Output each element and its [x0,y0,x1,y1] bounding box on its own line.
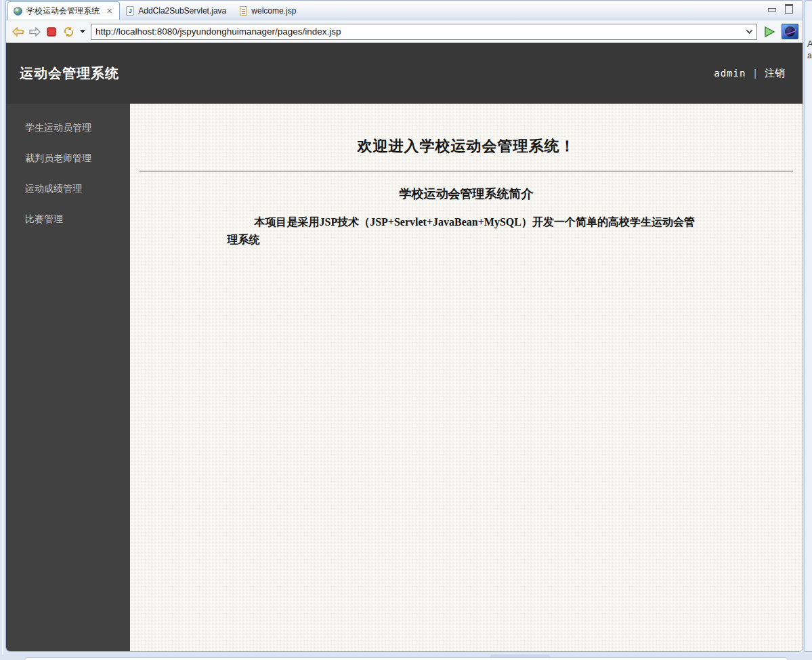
tab-label: 学校运动会管理系统 [26,5,100,17]
clipped-text-fragment: A [807,39,812,49]
eclipse-left-border [0,0,5,660]
tab-close-icon[interactable]: ✕ [106,7,112,16]
user-divider: | [754,68,756,79]
maximize-icon[interactable] [784,4,793,12]
refresh-icon[interactable] [62,26,74,38]
tab-sports-system[interactable]: 学校运动会管理系统 ✕ [7,1,120,20]
user-area: admin | 注销 [714,67,785,80]
divider-rule [140,171,793,171]
web-page: 运动会管理系统 admin | 注销 学生运动员管理 裁判员老师管理 运动成绩管… [6,43,803,651]
sidebar-item-referee-teachers[interactable]: 裁判员老师管理 [6,143,130,173]
main-content: 欢迎进入学校运动会管理系统！ 学校运动会管理系统简介 本项目是采用JSP技术（J… [130,104,803,651]
intro-paragraph: 本项目是采用JSP技术（JSP+Servlet+JavaBean+MySQL）开… [228,213,706,249]
tab-addcla2subservlet[interactable]: J AddCla2SubServlet.java [120,1,234,20]
page-body: 学生运动员管理 裁判员老师管理 运动成绩管理 比赛管理 欢迎进入学校运动会管理系… [6,104,803,651]
tab-label: AddCla2SubServlet.java [138,6,226,16]
sidebar: 学生运动员管理 裁判员老师管理 运动成绩管理 比赛管理 [6,104,130,651]
web-browser-icon[interactable] [782,24,798,39]
url-input[interactable] [91,24,742,39]
internal-browser-view: 学校运动会管理系统 ✕ J AddCla2SubServlet.java wel… [5,0,803,652]
eclipse-left-border-highlight [2,0,3,655]
clipped-text-fragment: a [807,51,812,60]
forward-icon[interactable] [28,26,41,38]
logout-link[interactable]: 注销 [765,67,785,80]
site-title: 运动会管理系统 [20,64,119,83]
page-header: 运动会管理系统 admin | 注销 [6,43,803,104]
adjacent-view-sliver: A a [805,0,812,652]
welcome-title: 欢迎进入学校运动会管理系统！ [130,136,803,157]
editor-tab-bar: 学校运动会管理系统 ✕ J AddCla2SubServlet.java wel… [6,1,803,20]
go-icon[interactable] [762,24,777,39]
url-dropdown-icon[interactable] [742,24,756,39]
nav-dropdown-icon[interactable] [79,26,86,38]
back-icon[interactable] [12,26,24,38]
browser-toolbar [6,20,803,43]
minimize-icon[interactable] [767,4,776,12]
java-file-icon: J [126,6,134,16]
sidebar-item-sport-results[interactable]: 运动成绩管理 [6,173,130,204]
url-combo [91,24,757,40]
sidebar-item-competitions[interactable]: 比赛管理 [6,204,130,234]
username-label: admin [714,68,746,79]
sidebar-item-student-athletes[interactable]: 学生运动员管理 [6,112,130,143]
globe-icon [14,7,22,16]
lower-view-top-edge [24,657,788,660]
stop-icon[interactable] [45,26,58,38]
tab-welcome-jsp[interactable]: welcome.jsp [234,1,303,20]
view-window-buttons [767,4,793,12]
intro-section-title: 学校运动会管理系统简介 [130,186,803,202]
jsp-file-icon [240,6,247,16]
tab-label: welcome.jsp [251,6,296,16]
